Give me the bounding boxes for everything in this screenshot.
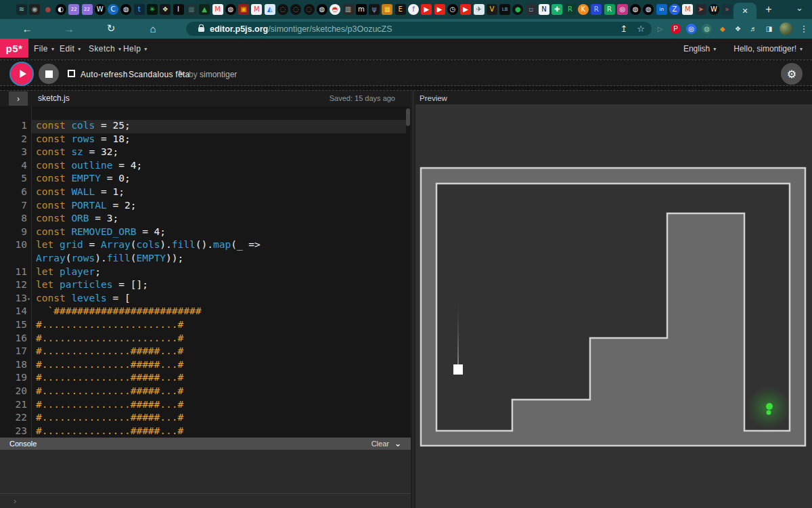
pinned-tab-favicon[interactable]: ▫ [526,4,537,15]
pinned-tab-favicon[interactable]: m [356,4,367,15]
code-line[interactable]: 8const ORB = 3; [0,213,411,226]
code-editor[interactable]: 1const cols = 25;2const rows = 18;3const… [0,106,411,438]
pinned-tab-favicon[interactable]: I [173,4,184,15]
pinned-tab-favicon[interactable]: ◌ [304,4,315,15]
pinned-tab-favicon[interactable]: ◍ [120,4,131,15]
code-line[interactable]: 9const REMOVED_ORB = 4; [0,226,411,240]
new-tab-button[interactable]: + [761,2,776,17]
menu-help[interactable]: Help▾ [123,44,148,54]
pinned-tab-favicon[interactable]: ◍ [317,4,328,15]
settings-button[interactable]: ⚙ [781,63,803,85]
back-icon[interactable]: ← [20,22,34,35]
code-line[interactable]: Array(rows).fill(EMPTY)); [0,253,411,266]
pinned-tab-favicon[interactable]: M [682,4,693,15]
tab-sketch-js[interactable]: sketch.js [38,93,70,103]
pinned-tab-favicon[interactable]: ✳ [147,4,158,15]
code-line[interactable]: 22#...............#####...# [0,412,411,425]
pinned-tab-favicon[interactable]: 22 [82,4,93,15]
code-line[interactable]: 19#...............#####...# [0,372,411,385]
pinned-tab-favicon[interactable]: ◓ [330,4,340,15]
pane-resize-handle[interactable] [411,91,415,508]
menu-sketch[interactable]: Sketch▾ [89,44,122,54]
pinned-tab-favicon[interactable]: ❖ [160,4,171,15]
play-button[interactable] [11,63,32,85]
pinned-tab-favicon[interactable]: in [656,4,667,15]
pinned-tab-favicon[interactable]: ◎ [617,4,628,15]
tab-search-icon[interactable]: ⌄ [796,3,803,13]
reload-icon[interactable]: ↻ [104,22,118,35]
code-line[interactable]: 2const rows = 18; [0,133,411,147]
extension-icon[interactable]: ◍ [702,24,712,34]
autorefresh-checkbox[interactable] [68,70,75,77]
browser-menu-icon[interactable]: ⋮ [797,22,811,35]
pinned-tab-favicon[interactable]: ◌ [290,4,301,15]
pinned-tab-favicon[interactable]: ◍ [643,4,654,15]
extension-icon[interactable]: ▷ [655,24,665,34]
pinned-tab-favicon[interactable]: ψ [369,4,380,15]
pinned-tab-favicon[interactable]: R [565,4,576,15]
code-line[interactable]: 17#...............#####...# [0,345,411,359]
edit-name-icon[interactable]: ✎ [178,69,184,78]
code-line[interactable]: 3const sz = 32; [0,146,411,160]
pinned-tab-favicon[interactable]: ◍ [630,4,641,15]
console-collapse-icon[interactable]: ⌄ [394,439,401,448]
pinned-tab-favicon[interactable]: K [578,4,589,15]
code-line[interactable]: 13▾const levels = [ [0,293,411,306]
code-line[interactable]: 16#.......................# [0,333,411,346]
sidebar-expand-button[interactable]: › [9,91,28,106]
pinned-tab-favicon[interactable]: W [95,4,106,15]
code-line[interactable]: 23#...............#####...# [0,425,411,438]
bookmark-star-icon[interactable]: ☆ [637,24,645,34]
pinned-tab-favicon[interactable]: ✚ [551,4,562,15]
pinned-tab-favicon[interactable]: t [134,4,145,15]
code-line[interactable]: 1const cols = 25; [0,120,411,133]
pinned-tab-favicon[interactable]: ▶ [434,4,445,15]
extension-icon[interactable]: ♬ [748,24,759,34]
tab-close-icon[interactable]: ✕ [742,7,748,16]
account-dropdown[interactable]: Hello, simontiger!▾ [734,44,803,54]
fold-arrow-icon[interactable]: ▾ [27,296,30,302]
pinned-tab-favicon[interactable]: LB [499,4,510,15]
pinned-tab-favicon[interactable]: E [395,4,406,15]
pinned-tab-favicon[interactable]: ◍ [225,4,236,15]
pinned-tab-favicon[interactable]: ◌ [277,4,288,15]
pinned-tab-favicon[interactable]: ≋ [16,4,27,15]
console-clear-button[interactable]: Clear [371,440,389,448]
forward-icon[interactable]: → [62,22,76,35]
pinned-tab-favicon[interactable]: Z [669,4,680,15]
code-line[interactable]: 15#.......................# [0,319,411,333]
extension-icon[interactable]: ◆ [717,24,727,34]
console-input-row[interactable]: › [0,493,411,508]
address-bar[interactable]: editor.p5js.org /simontiger/sketches/p3O… [186,22,652,36]
pinned-tab-favicon[interactable]: ✈ [474,4,484,15]
code-line[interactable]: 18#...............#####...# [0,359,411,373]
author-link[interactable]: simontiger [200,70,237,79]
pinned-tab-favicon[interactable]: ▣ [238,4,249,15]
extension-icon[interactable]: ◎ [686,24,696,34]
pinned-tab-favicon[interactable]: R [604,4,615,15]
p5-logo[interactable]: p5* [0,39,28,58]
editor-scrollbar[interactable] [406,108,410,126]
pinned-tab-favicon[interactable]: ● [43,4,53,15]
pinned-tab-favicon[interactable]: C [108,4,118,15]
sketch-canvas[interactable] [415,104,812,508]
pinned-tab-favicon[interactable]: f [408,4,419,15]
share-icon[interactable]: ↥ [620,24,627,34]
code-line[interactable]: 14 `######################### [0,305,411,319]
profile-avatar[interactable] [780,22,792,35]
pinned-tab-favicon[interactable]: ● [512,4,523,15]
pinned-tab-favicon[interactable]: ▦ [186,4,197,15]
pinned-tab-favicon[interactable]: N [539,4,549,15]
pinned-tab-favicon[interactable]: ◐ [55,4,66,15]
code-line[interactable]: 10let grid = Array(cols).fill().map(_ => [0,239,411,253]
pinned-tab-favicon[interactable]: ▶ [460,4,471,15]
pinned-tab-favicon[interactable]: ◷ [447,4,458,15]
code-line[interactable]: 21#...............#####...# [0,399,411,412]
pinned-tab-favicon[interactable]: » [721,4,732,15]
pinned-tab-favicon[interactable]: M [212,4,223,15]
code-line[interactable]: 5const EMPTY = 0; [0,173,411,186]
pinned-tab-favicon[interactable]: ➤ [696,4,706,15]
pinned-tab-favicon[interactable]: ▦ [382,4,392,15]
menu-file[interactable]: File▾ [34,44,54,54]
pinned-tab-favicon[interactable]: 22 [68,4,79,15]
